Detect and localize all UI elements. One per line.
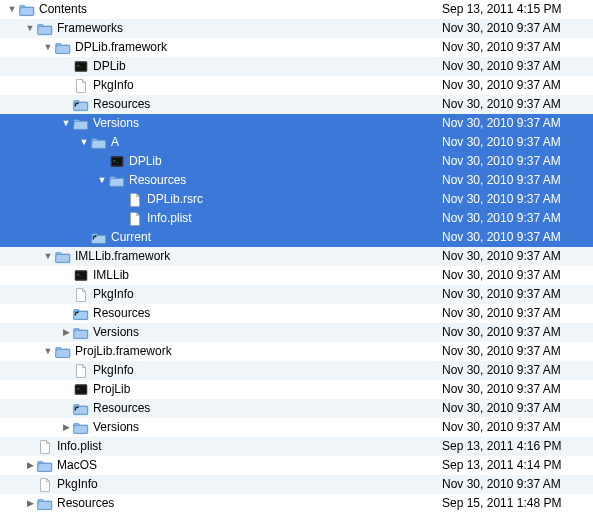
item-name: Versions [92, 418, 139, 437]
name-column: ▶Info.plist [0, 209, 438, 228]
file-row[interactable]: ▶>_DPLibNov 30, 2010 9:37 AM [0, 57, 593, 76]
disclosure-triangle-icon[interactable]: ▼ [42, 342, 54, 361]
folder-icon [91, 135, 107, 151]
file-row[interactable]: ▶PkgInfoNov 30, 2010 9:37 AM [0, 361, 593, 380]
item-name: IMLLib.framework [74, 247, 170, 266]
date-modified: Nov 30, 2010 9:37 AM [438, 190, 593, 209]
folder-icon [37, 21, 53, 37]
file-row[interactable]: ▼DPLib.frameworkNov 30, 2010 9:37 AM [0, 38, 593, 57]
date-modified: Nov 30, 2010 9:37 AM [438, 342, 593, 361]
file-row[interactable]: ▶Info.plistNov 30, 2010 9:37 AM [0, 209, 593, 228]
item-name: Resources [92, 95, 150, 114]
file-row[interactable]: ▶VersionsNov 30, 2010 9:37 AM [0, 418, 593, 437]
exec-icon: >_ [73, 382, 89, 398]
alias-icon [73, 401, 89, 417]
file-row[interactable]: ▶>_DPLibNov 30, 2010 9:37 AM [0, 152, 593, 171]
name-column: ▼IMLLib.framework [0, 247, 438, 266]
name-column: ▼Versions [0, 114, 438, 133]
item-name: Resources [92, 399, 150, 418]
name-column: ▶>_DPLib [0, 57, 438, 76]
name-column: ▶Versions [0, 323, 438, 342]
file-row[interactable]: ▼VersionsNov 30, 2010 9:37 AM [0, 114, 593, 133]
item-name: PkgInfo [56, 475, 98, 494]
item-name: PkgInfo [92, 285, 134, 304]
name-column: ▶DPLib.rsrc [0, 190, 438, 209]
disclosure-triangle-icon[interactable]: ▼ [42, 247, 54, 266]
disclosure-triangle-icon[interactable]: ▶ [60, 323, 72, 342]
item-name: DPLib [92, 57, 126, 76]
disclosure-triangle-icon[interactable]: ▼ [78, 133, 90, 152]
file-row[interactable]: ▶MacOSSep 13, 2011 4:14 PM [0, 456, 593, 475]
folder-icon [109, 173, 125, 189]
doc-icon [73, 287, 89, 303]
date-modified: Nov 30, 2010 9:37 AM [438, 19, 593, 38]
disclosure-triangle-icon[interactable]: ▶ [60, 418, 72, 437]
file-row[interactable]: ▶VersionsNov 30, 2010 9:37 AM [0, 323, 593, 342]
folder-icon [55, 344, 71, 360]
item-name: Versions [92, 323, 139, 342]
file-row[interactable]: ▶PkgInfoNov 30, 2010 9:37 AM [0, 475, 593, 494]
date-modified: Nov 30, 2010 9:37 AM [438, 266, 593, 285]
doc-icon [37, 439, 53, 455]
item-name: PkgInfo [92, 361, 134, 380]
date-modified: Nov 30, 2010 9:37 AM [438, 361, 593, 380]
file-row[interactable]: ▶PkgInfoNov 30, 2010 9:37 AM [0, 76, 593, 95]
doc-icon [127, 211, 143, 227]
file-row[interactable]: ▶>_IMLLibNov 30, 2010 9:37 AM [0, 266, 593, 285]
file-row[interactable]: ▼FrameworksNov 30, 2010 9:37 AM [0, 19, 593, 38]
name-column: ▶Resources [0, 494, 438, 513]
name-column: ▼Frameworks [0, 19, 438, 38]
disclosure-triangle-icon[interactable]: ▼ [60, 114, 72, 133]
name-column: ▶Resources [0, 399, 438, 418]
date-modified: Nov 30, 2010 9:37 AM [438, 114, 593, 133]
name-column: ▼Resources [0, 171, 438, 190]
name-column: ▶Current [0, 228, 438, 247]
disclosure-triangle-icon[interactable]: ▶ [24, 456, 36, 475]
date-modified: Nov 30, 2010 9:37 AM [438, 38, 593, 57]
file-row[interactable]: ▶CurrentNov 30, 2010 9:37 AM [0, 228, 593, 247]
disclosure-triangle-icon[interactable]: ▶ [24, 494, 36, 513]
file-row[interactable]: ▶Info.plistSep 13, 2011 4:16 PM [0, 437, 593, 456]
disclosure-triangle-icon[interactable]: ▼ [96, 171, 108, 190]
folder-icon [37, 458, 53, 474]
date-modified: Sep 13, 2011 4:16 PM [438, 437, 593, 456]
item-name: ProjLib.framework [74, 342, 172, 361]
file-row[interactable]: ▶ResourcesNov 30, 2010 9:37 AM [0, 304, 593, 323]
item-name: DPLib.framework [74, 38, 167, 57]
disclosure-triangle-icon[interactable]: ▼ [6, 0, 18, 19]
date-modified: Nov 30, 2010 9:37 AM [438, 247, 593, 266]
date-modified: Sep 13, 2011 4:15 PM [438, 0, 593, 19]
file-row[interactable]: ▶>_ProjLibNov 30, 2010 9:37 AM [0, 380, 593, 399]
file-row[interactable]: ▼ResourcesNov 30, 2010 9:37 AM [0, 171, 593, 190]
file-row[interactable]: ▶DPLib.rsrcNov 30, 2010 9:37 AM [0, 190, 593, 209]
file-row[interactable]: ▶ResourcesNov 30, 2010 9:37 AM [0, 95, 593, 114]
disclosure-triangle-icon[interactable]: ▼ [24, 19, 36, 38]
date-modified: Nov 30, 2010 9:37 AM [438, 133, 593, 152]
date-modified: Nov 30, 2010 9:37 AM [438, 418, 593, 437]
file-row[interactable]: ▶ResourcesSep 15, 2011 1:48 PM [0, 494, 593, 513]
item-name: Info.plist [146, 209, 192, 228]
folder-icon [55, 249, 71, 265]
svg-text:>_: >_ [77, 272, 83, 277]
file-row[interactable]: ▼ANov 30, 2010 9:37 AM [0, 133, 593, 152]
file-row[interactable]: ▼ProjLib.frameworkNov 30, 2010 9:37 AM [0, 342, 593, 361]
folder-icon [73, 325, 89, 341]
name-column: ▼A [0, 133, 438, 152]
name-column: ▶PkgInfo [0, 361, 438, 380]
doc-icon [73, 78, 89, 94]
date-modified: Nov 30, 2010 9:37 AM [438, 323, 593, 342]
disclosure-triangle-icon[interactable]: ▼ [42, 38, 54, 57]
name-column: ▶>_ProjLib [0, 380, 438, 399]
name-column: ▶>_IMLLib [0, 266, 438, 285]
file-tree: ▼ContentsSep 13, 2011 4:15 PM▼Frameworks… [0, 0, 593, 513]
item-name: Frameworks [56, 19, 123, 38]
file-row[interactable]: ▶ResourcesNov 30, 2010 9:37 AM [0, 399, 593, 418]
name-column: ▶Resources [0, 95, 438, 114]
name-column: ▶Info.plist [0, 437, 438, 456]
item-name: Info.plist [56, 437, 102, 456]
file-row[interactable]: ▼ContentsSep 13, 2011 4:15 PM [0, 0, 593, 19]
folder-icon [73, 116, 89, 132]
file-row[interactable]: ▶PkgInfoNov 30, 2010 9:37 AM [0, 285, 593, 304]
file-row[interactable]: ▼IMLLib.frameworkNov 30, 2010 9:37 AM [0, 247, 593, 266]
name-column: ▶Versions [0, 418, 438, 437]
